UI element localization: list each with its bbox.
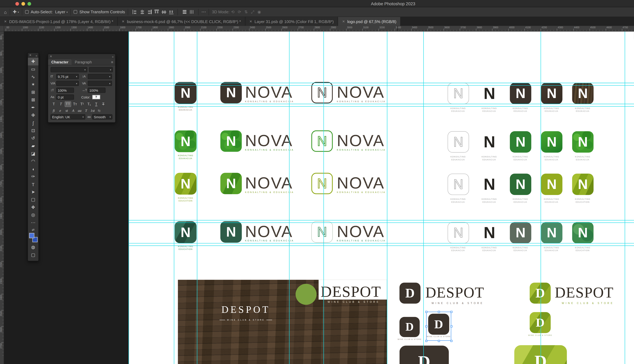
quick-mask-icon[interactable]: ◍ bbox=[28, 244, 38, 251]
brush-tool[interactable]: ʃ bbox=[28, 119, 38, 127]
gradient-tool[interactable]: ◪ bbox=[28, 150, 38, 158]
subscript-button[interactable]: T₁ bbox=[86, 101, 92, 107]
tab-close-icon[interactable]: ✕ bbox=[122, 20, 124, 23]
antialias-select[interactable]: Smooth▾ bbox=[92, 114, 112, 120]
panel-close-icon[interactable]: ✕ bbox=[50, 55, 52, 58]
font-size-field[interactable]: 9,75 pt▾ bbox=[56, 74, 79, 79]
canvas[interactable] bbox=[129, 32, 634, 364]
3d-mode-icon-4[interactable]: ⤢ bbox=[251, 10, 254, 14]
clone-stamp-tool[interactable]: ⊡ bbox=[28, 127, 38, 134]
dodge-tool[interactable]: ◖ bbox=[28, 165, 38, 173]
titling-alternates-button[interactable]: A bbox=[70, 108, 77, 112]
edit-toolbar[interactable]: ⋯ bbox=[28, 219, 38, 226]
underline-button[interactable]: T bbox=[93, 101, 100, 107]
superscript-button[interactable]: T¹ bbox=[79, 101, 85, 107]
horizontal-scale-field[interactable]: 100% bbox=[88, 88, 106, 93]
3d-mode-icon-1[interactable]: ⟲ bbox=[231, 10, 235, 14]
tab-paragraph[interactable]: Paragraph bbox=[72, 59, 95, 65]
tab-character[interactable]: Character bbox=[48, 59, 72, 65]
minimize-button[interactable] bbox=[21, 2, 25, 6]
zoom-tool[interactable]: ◎ bbox=[28, 211, 38, 219]
shape-tool[interactable]: ▢ bbox=[28, 196, 38, 204]
screen-mode-icon[interactable]: ▢ bbox=[28, 251, 38, 259]
auto-select-mode-dropdown[interactable]: Layer ▾ bbox=[55, 10, 68, 14]
ornaments-button[interactable]: T bbox=[83, 108, 89, 112]
faux-bold-button[interactable]: T bbox=[51, 101, 57, 107]
history-brush-tool[interactable]: ↺ bbox=[28, 134, 38, 142]
pen-tool[interactable]: ✑ bbox=[28, 173, 38, 180]
strikethrough-button[interactable]: T bbox=[100, 101, 107, 107]
tracking-field[interactable]: ▾ bbox=[88, 81, 112, 86]
ordinals-button[interactable]: 1st bbox=[89, 108, 96, 112]
align-left-icon[interactable] bbox=[132, 9, 137, 14]
3d-mode-icon-5[interactable]: ◉ bbox=[258, 10, 261, 14]
show-transform-checkbox[interactable] bbox=[74, 10, 77, 14]
more-align-options-icon[interactable]: ⋯ bbox=[201, 9, 206, 14]
ruler-number: 1200 bbox=[0, 100, 3, 106]
ligatures-button[interactable]: fi bbox=[51, 108, 57, 112]
swash-button[interactable]: e bbox=[57, 108, 64, 112]
panel-close-icon[interactable]: ✕ bbox=[29, 54, 32, 57]
document-tab[interactable]: ✕Layer 31.psb @ 100% (Color Fill 1, RGB/… bbox=[245, 17, 338, 26]
auto-select-label: Auto-Select: bbox=[31, 10, 53, 14]
ruler-left[interactable]: 8009001000110012001300140015001600170018… bbox=[0, 32, 4, 364]
zoom-button[interactable] bbox=[28, 2, 31, 6]
blur-tool[interactable]: ◠ bbox=[28, 158, 38, 165]
kerning-field[interactable]: ▾ bbox=[56, 81, 79, 86]
distribute-vertical-icon[interactable] bbox=[189, 9, 194, 14]
healing-tool[interactable]: ✙ bbox=[28, 112, 38, 119]
discretionary-ligatures-button[interactable]: st bbox=[64, 108, 70, 112]
eyedropper-tool[interactable]: ✒ bbox=[28, 104, 38, 112]
guide-vertical bbox=[323, 32, 324, 364]
tab-close-icon[interactable]: ✕ bbox=[4, 20, 7, 23]
small-caps-button[interactable]: Tᴛ bbox=[72, 101, 78, 107]
panel-expand-icon[interactable]: » bbox=[36, 54, 37, 57]
distribute-horizontal-icon[interactable] bbox=[182, 9, 187, 14]
faux-italic-button[interactable]: T bbox=[58, 101, 64, 107]
baseline-shift-field[interactable]: 0 pt bbox=[56, 94, 74, 100]
font-style-select[interactable]: ▾ bbox=[89, 67, 113, 72]
align-right-icon[interactable] bbox=[147, 9, 152, 14]
align-center-horizontal-icon[interactable] bbox=[139, 9, 145, 14]
lasso-tool[interactable]: ∿ bbox=[28, 73, 38, 81]
language-select[interactable]: English: UK▾ bbox=[51, 114, 85, 120]
align-bottom-icon[interactable] bbox=[168, 9, 174, 14]
tab-close-icon[interactable]: ✕ bbox=[342, 20, 345, 23]
3d-mode-icon-3[interactable]: ⇅ bbox=[244, 10, 248, 14]
text-color-swatch[interactable]: ? bbox=[92, 95, 100, 100]
font-family-select[interactable]: ▾ bbox=[51, 67, 87, 72]
marquee-tool[interactable]: ▭ bbox=[28, 66, 38, 73]
panel-collapse-icon[interactable]: « bbox=[112, 55, 114, 58]
crop-tool[interactable]: ⊞ bbox=[28, 88, 38, 96]
frame-tool[interactable]: ⊠ bbox=[28, 96, 38, 104]
all-caps-button[interactable]: TT bbox=[65, 101, 71, 107]
ruler-top[interactable]: 0010001100120013001400150016001700180019… bbox=[4, 26, 634, 32]
panel-menu-icon[interactable]: ≡ bbox=[111, 60, 113, 64]
titlebar: Adobe Photoshop 2023 bbox=[0, 0, 634, 7]
document-tab[interactable]: ✕DDS-IMAGES-Project-1.psd @ 178% (Layer … bbox=[0, 17, 118, 26]
type-tool[interactable]: T bbox=[28, 180, 38, 188]
swap-colors-icon[interactable]: ⇄ bbox=[28, 227, 38, 232]
stylistic-alternates-button[interactable]: aa bbox=[76, 108, 83, 112]
document-tab[interactable]: ✕logo.psd @ 67,5% (RGB/8) bbox=[338, 17, 401, 26]
auto-select-checkbox[interactable] bbox=[25, 10, 29, 14]
move-tool-preset-icon[interactable]: ✚ bbox=[13, 9, 17, 14]
hand-tool[interactable]: ✥ bbox=[28, 204, 38, 211]
ruler-number: 1400 bbox=[88, 26, 93, 28]
home-icon[interactable]: ⌂ bbox=[4, 10, 7, 14]
leading-field[interactable]: ▾ bbox=[88, 74, 112, 79]
align-top-icon[interactable] bbox=[154, 9, 159, 14]
move-tool[interactable]: ✚ bbox=[28, 58, 38, 66]
foreground-color-swatch[interactable] bbox=[29, 233, 34, 238]
guide-vertical bbox=[625, 32, 625, 364]
vertical-scale-field[interactable]: 100% bbox=[56, 88, 74, 93]
path-select-tool[interactable]: ➤ bbox=[28, 188, 38, 196]
close-button[interactable] bbox=[15, 2, 19, 6]
eraser-tool[interactable]: ▰ bbox=[28, 142, 38, 150]
tab-close-icon[interactable]: ✕ bbox=[249, 20, 252, 23]
document-tab[interactable]: ✕business-mock-6.psd @ 66,7% (<< DOUBLE … bbox=[118, 17, 245, 26]
3d-mode-icon-2[interactable]: ⟳ bbox=[238, 10, 241, 14]
align-center-vertical-icon[interactable] bbox=[161, 9, 166, 14]
quick-select-tool[interactable]: ✶ bbox=[28, 81, 38, 88]
fractions-button[interactable]: ½ bbox=[96, 108, 102, 112]
